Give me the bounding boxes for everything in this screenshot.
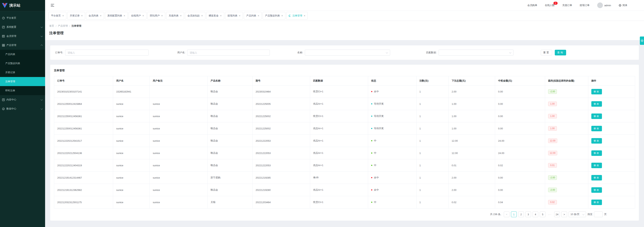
cell-match-data: 统货Ct+1 [310, 85, 368, 98]
cell-win-amount: 0.00 [495, 184, 545, 196]
tab[interactable]: 陪玩用户 [148, 12, 165, 19]
nav-member-orders[interactable]: 会员购单 [528, 3, 537, 7]
close-tab-icon[interactable] [100, 14, 101, 17]
edit-button[interactable]: 修改 [591, 187, 602, 193]
sidebar: 演示站 平台首页 系统配置 会员管理 [0, 0, 45, 227]
close-tab-icon[interactable] [258, 14, 259, 17]
sidebar-subitem[interactable]: 产品预设列表 [0, 59, 45, 68]
close-tab-icon[interactable] [239, 14, 240, 17]
page-number-button[interactable]: 4 [532, 212, 538, 217]
sidebar-item-product-mgmt[interactable]: 产品管理 [0, 41, 45, 50]
edit-button[interactable]: 修改 [591, 163, 602, 168]
tab[interactable]: 产品列表 [244, 12, 262, 19]
edit-button[interactable]: 修改 [591, 113, 602, 119]
name-select[interactable] [305, 49, 390, 56]
cell-bet-count: 1 [416, 85, 448, 98]
cell-order-no: 202212250012415864 [54, 98, 113, 110]
page-number-button[interactable]: 1 [511, 212, 517, 217]
search-button[interactable]: 查询 [555, 50, 566, 55]
cell-order-no: 202212191312362982 [54, 184, 113, 196]
sidebar-item-content-center[interactable]: 内容中心 [0, 95, 45, 104]
tab[interactable]: 赠送彩金 [206, 12, 224, 19]
sidebar-item-member-mgmt[interactable]: 会员管理 [0, 32, 45, 41]
app-logo[interactable]: 演示站 [0, 0, 45, 11]
user-menu[interactable]: admin [597, 2, 611, 8]
page-number-button[interactable]: ··· [547, 212, 553, 217]
cell-product: 天猫 [208, 196, 252, 209]
tab[interactable]: 平台首页 [48, 12, 66, 19]
tab[interactable]: 会员列表 [86, 12, 104, 19]
sidebar-item-platform-home[interactable]: 平台首页 [0, 13, 45, 22]
cell-username: sunice [113, 196, 150, 209]
cell-profit: 12.00 [545, 135, 588, 147]
sidebar-subitem[interactable]: 即时注单 [0, 86, 45, 95]
tab[interactable]: 充值列表 [166, 12, 184, 19]
username-input[interactable] [187, 49, 270, 56]
nav-withdraw-orders[interactable]: 提现订单 [580, 3, 590, 7]
prev-page-button[interactable]: < [504, 212, 510, 217]
status-badge: 中 [371, 164, 376, 167]
close-tab-icon[interactable] [304, 14, 305, 17]
profit-badge: 0.02 [548, 200, 557, 205]
close-tab-icon[interactable] [62, 14, 64, 17]
sidebar-subitem[interactable]: 注单管理 [0, 77, 45, 86]
breadcrumb-home[interactable]: 首页 [49, 24, 54, 28]
tab[interactable]: 提现列表 [225, 12, 243, 19]
cell-remark: sunice [150, 122, 208, 135]
cell-bet-total: 0.02 [448, 196, 495, 209]
breadcrumb-product-mgmt[interactable]: 产品管理 [58, 24, 68, 28]
page-number-button[interactable]: 2 [518, 212, 524, 217]
name-label: 名称: [297, 51, 303, 54]
tab[interactable]: 注单管理 [286, 12, 308, 19]
cell-order-no: 202212250012456361 [54, 122, 113, 135]
cell-remark: sunice [150, 159, 208, 172]
close-tab-icon[interactable] [124, 14, 125, 17]
tab[interactable]: 会员加扣款 [185, 12, 205, 19]
sidebar-item-system-config[interactable]: 系统配置 [0, 22, 45, 32]
edit-button[interactable]: 修改 [591, 200, 602, 205]
edit-button[interactable]: 修改 [591, 101, 602, 107]
close-tab-icon[interactable] [220, 14, 222, 17]
edit-button[interactable]: 修改 [591, 150, 602, 156]
tab[interactable]: 开奖记录 [67, 12, 85, 19]
page-size-select[interactable]: 10 条/页 [568, 212, 586, 217]
match-data-select[interactable] [438, 49, 514, 56]
close-tab-icon[interactable] [142, 14, 144, 17]
language-switcher[interactable]: 简体 [618, 3, 627, 7]
cell-actions: 修改 [588, 172, 635, 184]
edit-button[interactable]: 修改 [591, 126, 602, 131]
close-tab-icon[interactable] [81, 14, 82, 17]
close-tab-icon[interactable] [281, 14, 283, 17]
status-dot-icon [371, 128, 372, 129]
page-number-button[interactable]: 24 [554, 212, 560, 217]
sidebar-item-data-center[interactable]: 数据中心 [0, 104, 45, 113]
cell-order-no: 202212250012456361 [54, 110, 113, 122]
sidebar-subitem[interactable]: 产品列表 [0, 50, 45, 59]
edit-icon [2, 25, 5, 28]
tab[interactable]: 系统配置列表 [105, 12, 128, 19]
cell-actions: 修改 [588, 122, 635, 135]
profit-badge: 1.00 [548, 114, 557, 118]
page-number-button[interactable]: 5 [540, 212, 546, 217]
order-no-input[interactable] [65, 49, 148, 56]
tab[interactable]: 在线用户 [129, 12, 146, 19]
nav-online-users[interactable]: 在线人数 2 [545, 3, 555, 7]
collapse-sidebar-icon[interactable] [51, 4, 54, 7]
edit-button[interactable]: 修改 [591, 89, 602, 94]
close-tab-icon[interactable] [201, 14, 203, 17]
settings-drawer-button[interactable] [640, 36, 644, 45]
next-page-button[interactable]: > [562, 212, 567, 217]
reset-button[interactable]: 重置 [541, 50, 552, 55]
page-number-button[interactable]: 3 [526, 212, 531, 217]
cell-remark: sunice [150, 135, 208, 147]
close-tab-icon[interactable] [180, 14, 182, 17]
sidebar-subitem[interactable]: 开奖记录 [0, 68, 45, 77]
tab[interactable]: 产品预设列表 [262, 12, 285, 19]
edit-button[interactable]: 修改 [591, 175, 602, 181]
cell-win-amount: 0.00 [495, 110, 545, 122]
close-tab-icon[interactable] [161, 14, 163, 17]
jump-page-input[interactable] [594, 212, 603, 217]
cell-status: 等待开奖 [368, 98, 416, 110]
edit-button[interactable]: 修改 [591, 138, 602, 144]
nav-recharge-orders[interactable]: 充值订单 [562, 3, 572, 7]
